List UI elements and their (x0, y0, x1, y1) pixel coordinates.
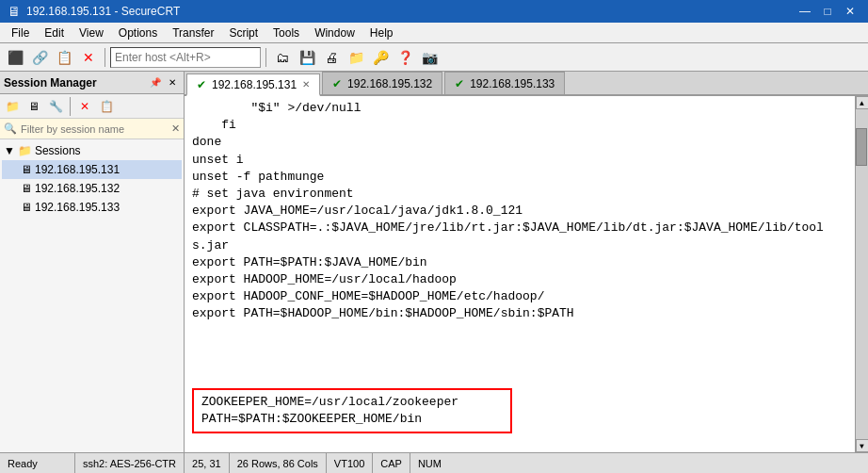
scroll-track[interactable] (856, 109, 869, 439)
tab-check-0: ✔ (197, 78, 206, 91)
status-dimensions: 26 Rows, 86 Cols (230, 453, 327, 473)
tab-0[interactable]: ✔ 192.168.195.131 ✕ (186, 73, 320, 96)
menu-edit[interactable]: Edit (37, 24, 72, 42)
toolbar-btn-1[interactable]: ⬛ (4, 46, 26, 69)
menu-window[interactable]: Window (307, 24, 362, 42)
toolbar-btn-key[interactable]: 🔑 (369, 46, 392, 69)
sidebar-delete-btn[interactable]: ✕ (74, 97, 95, 116)
term-line-2: done (192, 134, 847, 151)
sidebar-pin-button[interactable]: 📌 (148, 76, 163, 90)
status-cap-text: CAP (380, 458, 402, 469)
folder-icon: 📁 (18, 144, 32, 157)
toolbar-btn-connect[interactable]: 🗂 (271, 46, 294, 69)
term-line-8: export JAVA_HOME=/usr/local/java/jdk1.8.… (192, 203, 847, 220)
session-label-2: 192.168.195.133 (35, 201, 120, 214)
tab-1[interactable]: ✔ 192.168.195.132 (322, 72, 442, 94)
term-line-14: export HADOOP_HOME=/usr/local/hadoop (192, 271, 847, 288)
toolbar-btn-save[interactable]: 💾 (296, 46, 318, 69)
menu-transfer[interactable]: Transfer (165, 24, 221, 42)
title-bar: 🖥 192.168.195.131 - SecureCRT — □ ✕ (0, 0, 868, 23)
tab-2[interactable]: ✔ 192.168.195.133 (444, 72, 565, 94)
status-ready: Ready (0, 453, 75, 473)
menu-file[interactable]: File (4, 24, 37, 42)
status-cap: CAP (373, 453, 410, 473)
filter-close-icon[interactable]: ✕ (171, 122, 180, 135)
status-position: 25, 31 (185, 453, 230, 473)
toolbar: ⬛ 🔗 📋 ✕ 🗂 💾 🖨 📁 🔑 ❓ 📷 (0, 43, 868, 72)
session-item-1[interactable]: 🖥 192.168.195.132 (2, 179, 182, 198)
scroll-thumb[interactable] (856, 128, 867, 166)
sidebar-filter-bar: 🔍 ✕ (0, 119, 184, 139)
sidebar-toolbar: 📁 🖥 🔧 ✕ 📋 (0, 94, 184, 119)
menu-bar: File Edit View Options Transfer Script T… (0, 23, 868, 43)
menu-script[interactable]: Script (221, 24, 265, 42)
sidebar-connect-btn[interactable]: 🖥 (24, 97, 44, 116)
menu-tools[interactable]: Tools (265, 24, 307, 42)
term-line-5: unset -f pathmunge (192, 169, 847, 186)
sidebar-title: Session Manager (4, 76, 97, 90)
sessions-group[interactable]: ▼ 📁 Sessions (2, 141, 182, 160)
term-line-15: export HADOOP_CONF_HOME=$HADOOP_HOME/etc… (192, 288, 847, 305)
terminal[interactable]: "$i" >/dev/null fi done unset i unset -f… (185, 96, 855, 452)
menu-options[interactable]: Options (111, 24, 165, 42)
term-line-11: export PATH=$PATH:$JAVA_HOME/bin (192, 254, 847, 271)
menu-view[interactable]: View (72, 24, 111, 42)
toolbar-btn-3[interactable]: 📋 (53, 46, 75, 69)
maximize-button[interactable]: □ (817, 3, 838, 20)
session-item-0[interactable]: 🖥 192.168.195.131 (2, 160, 182, 179)
main-layout: Session Manager 📌 ✕ 📁 🖥 🔧 ✕ 📋 🔍 ✕ ▼ 📁 Se… (0, 72, 868, 452)
toolbar-separator-2 (265, 48, 266, 67)
toolbar-btn-sftp[interactable]: 📁 (345, 46, 367, 69)
tab-label-1: 192.168.195.132 (347, 77, 432, 90)
sidebar-header: Session Manager 📌 ✕ (0, 72, 184, 94)
sidebar-new-btn[interactable]: 📁 (2, 97, 23, 116)
toolbar-btn-2[interactable]: 🔗 (28, 46, 51, 69)
toolbar-btn-help[interactable]: ❓ (394, 46, 416, 69)
toolbar-btn-4[interactable]: ✕ (77, 46, 100, 69)
scroll-down-button[interactable]: ▼ (856, 439, 869, 452)
status-ready-text: Ready (8, 458, 38, 469)
status-bar: Ready ssh2: AES-256-CTR 25, 31 26 Rows, … (0, 452, 868, 473)
tab-label-2: 192.168.195.133 (470, 77, 555, 90)
term-line-4: unset i (192, 152, 847, 169)
status-dimensions-text: 26 Rows, 86 Cols (237, 458, 318, 469)
close-button[interactable]: ✕ (840, 3, 860, 20)
term-line-9: export CLASSPATH=.:$JAVA_HOME/jre/lib/rt… (192, 220, 847, 236)
filter-icon: 🔍 (4, 122, 17, 135)
window-title: 192.168.195.131 - SecureCRT (26, 5, 795, 18)
window-controls: — □ ✕ (795, 3, 860, 20)
session-item-2[interactable]: 🖥 192.168.195.133 (2, 198, 182, 217)
sidebar-clone-btn[interactable]: 📋 (96, 97, 117, 116)
vertical-scrollbar[interactable]: ▲ ▼ (855, 96, 868, 452)
session-label-1: 192.168.195.132 (35, 182, 120, 195)
toolbar-btn-extra[interactable]: 📷 (418, 46, 441, 69)
expand-icon: ▼ (4, 144, 15, 157)
status-vt-text: VT100 (334, 458, 364, 469)
tab-check-2: ✔ (455, 77, 464, 90)
status-num-text: NUM (418, 458, 442, 469)
term-line-16: export PATH=$HADOOP_HOME/bin:$HADOOP_HOM… (192, 305, 847, 322)
host-input[interactable] (110, 47, 261, 68)
highlight-line-0: ZOOKEEPER_HOME=/usr/local/zookeeper (201, 394, 503, 411)
sidebar-close-button[interactable]: ✕ (165, 76, 180, 90)
tab-close-0[interactable]: ✕ (302, 79, 310, 90)
scroll-up-button[interactable]: ▲ (856, 96, 869, 109)
highlight-line-1: PATH=$PATH:$ZOOKEEPER_HOME/bin (201, 411, 503, 428)
status-num: NUM (410, 453, 449, 473)
app-icon: 🖥 (8, 4, 21, 19)
highlight-box: ZOOKEEPER_HOME=/usr/local/zookeeper PATH… (192, 388, 512, 433)
filter-input[interactable] (21, 123, 168, 135)
term-line-10: s.jar (192, 237, 847, 254)
minimize-button[interactable]: — (795, 3, 815, 20)
session-icon-2: 🖥 (21, 201, 32, 214)
sidebar-edit-btn[interactable]: 🔧 (45, 97, 66, 116)
sidebar-sep (70, 97, 71, 116)
session-icon-1: 🖥 (21, 182, 32, 195)
terminal-with-scroll: "$i" >/dev/null fi done unset i unset -f… (185, 96, 868, 452)
sidebar: Session Manager 📌 ✕ 📁 🖥 🔧 ✕ 📋 🔍 ✕ ▼ 📁 Se… (0, 72, 185, 452)
sessions-label: Sessions (35, 144, 81, 157)
toolbar-btn-print[interactable]: 🖨 (320, 46, 343, 69)
status-ssh-text: ssh2: AES-256-CTR (83, 458, 176, 469)
tab-bar: ✔ 192.168.195.131 ✕ ✔ 192.168.195.132 ✔ … (185, 72, 868, 96)
menu-help[interactable]: Help (362, 24, 401, 42)
